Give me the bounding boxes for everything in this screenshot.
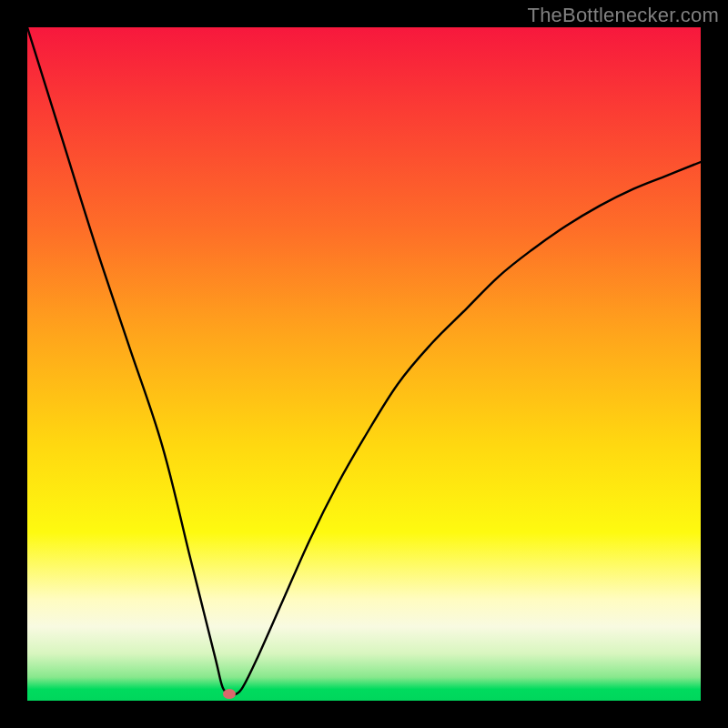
optimal-point-marker: [223, 689, 236, 699]
chart-frame: TheBottlenecker.com: [0, 0, 728, 728]
watermark-text: TheBottlenecker.com: [528, 4, 719, 27]
plot-area: [27, 27, 701, 701]
bottleneck-curve: [27, 27, 701, 695]
curve-layer: [27, 27, 701, 701]
